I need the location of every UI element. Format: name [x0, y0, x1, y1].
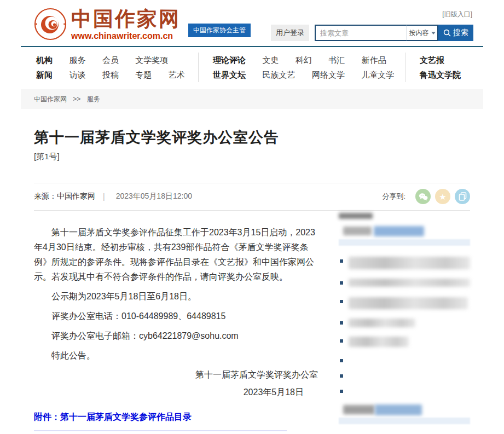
square-bullet-icon: [340, 281, 343, 285]
share-label: 分享到:: [382, 192, 405, 201]
sidebar-list-item[interactable]: [339, 337, 470, 347]
nav-item-fuwu[interactable]: 服务: [69, 53, 85, 67]
search-input[interactable]: [315, 25, 407, 41]
sidebar-header-blurred: [339, 224, 470, 239]
nav-item-wenshi[interactable]: 文史: [262, 53, 279, 67]
nav-item-huiyuan[interactable]: 会员: [102, 53, 119, 67]
paragraph: 评奖办公室电话：010-64489989、64489815: [34, 309, 322, 323]
meta-separator: |: [103, 192, 105, 201]
sidebar-footer-header-blurred: [339, 402, 470, 418]
nav-item-zhuanti[interactable]: 专题: [135, 67, 152, 82]
article-body: 第十一届茅盾文学奖参评作品征集工作于2023年3月15日启动，2023年4月30…: [34, 225, 322, 434]
search-button[interactable]: 搜索: [438, 25, 473, 41]
china-writers-association-emblem: [34, 8, 67, 40]
square-bullet-icon: [340, 339, 343, 343]
square-bullet-icon: [340, 390, 343, 393]
nav-item-shijiewentan[interactable]: 世界文坛: [213, 67, 246, 82]
old-version-link[interactable]: [旧版入口]: [442, 10, 472, 19]
signature-date: 2023年5月18日: [34, 387, 322, 398]
sidebar-list-item[interactable]: [339, 372, 470, 378]
sidebar-list-item[interactable]: [339, 319, 470, 327]
paragraph: 特此公告。: [34, 348, 322, 363]
breadcrumb: 中国作家网 >> 服务: [21, 89, 483, 109]
square-bullet-icon: [340, 259, 343, 263]
source-label: 来源：: [34, 192, 57, 201]
copy-link-share-icon[interactable]: [455, 189, 470, 204]
breadcrumb-separator: >>: [73, 95, 80, 103]
user-login-button[interactable]: 用户登录: [271, 25, 309, 41]
nav-item-yishu[interactable]: 艺术: [169, 67, 185, 82]
sidebar-list-item[interactable]: [339, 356, 470, 362]
source-value: 中国作家网: [57, 192, 95, 201]
search-scope-dropdown[interactable]: 按内容: [407, 25, 438, 41]
nav-item-jigou[interactable]: 机构: [36, 53, 53, 67]
nav-item-lilunpinglun[interactable]: 理论评论: [213, 53, 246, 67]
sidebar-header-underline: [339, 239, 470, 246]
search-icon: [443, 29, 451, 37]
nav-item-xinwen[interactable]: 新闻: [36, 67, 53, 82]
nav-item-fangtan[interactable]: 访谈: [69, 67, 85, 82]
nav-item-wangluowenxue[interactable]: 网络文学: [312, 67, 345, 82]
nav-item-minzuwenyi[interactable]: 民族文艺: [262, 67, 295, 82]
supervisor-badge: 中国作家协会主管: [188, 24, 251, 37]
sidebar-list-item[interactable]: [339, 279, 470, 287]
wechat-share-icon[interactable]: [415, 189, 431, 204]
publish-datetime: 2023年05月18日12:00: [116, 192, 192, 201]
sidebar-list-item[interactable]: [339, 387, 470, 393]
sidebar-section-label-blurred: [339, 213, 373, 219]
header-divider-rule: [21, 46, 483, 47]
sidebar-footer-underline: [339, 418, 470, 424]
nav-item-xinzuopin[interactable]: 新作品: [362, 53, 386, 67]
chevron-down-icon: [431, 32, 436, 34]
square-bullet-icon: [340, 300, 343, 303]
breadcrumb-site-link[interactable]: 中国作家网: [34, 95, 67, 103]
nav-item-tougao[interactable]: 投稿: [102, 67, 119, 82]
article-meta-bar: 来源： 中国作家网 | 2023年05月18日12:00 分享到: ★: [34, 183, 470, 211]
breadcrumb-current[interactable]: 服务: [87, 95, 100, 103]
sidebar-list-item[interactable]: [339, 297, 470, 309]
site-logo[interactable]: 中国作家网 www.chinawriter.com.cn 中国作家协会主管: [34, 8, 251, 42]
page-container: 中国作家网 www.chinawriter.com.cn 中国作家协会主管 [旧…: [21, 0, 483, 434]
paragraph: 第十一届茅盾文学奖参评作品征集工作于2023年3月15日启动，2023年4月30…: [34, 225, 322, 284]
next-content-edge: [34, 430, 287, 431]
site-url: www.chinawriter.com.cn: [71, 31, 181, 42]
site-title: 中国作家网: [71, 8, 181, 30]
square-bullet-icon: [340, 321, 343, 325]
announcement-number: [第1号]: [34, 152, 470, 162]
nav-item-luxunwenxueyuan[interactable]: 鲁迅文学院: [420, 67, 461, 82]
paragraph: 评奖办公室电子邮箱：cyb64221879@sohu.com: [34, 328, 322, 343]
main-nav: 机构 服务 会员 文学奖项 新闻 访谈 投稿 专题 艺术 理论评论 文史 科幻 …: [21, 53, 483, 82]
nav-item-kehuan[interactable]: 科幻: [296, 53, 312, 67]
square-bullet-icon: [340, 374, 343, 378]
related-sidebar: [339, 213, 470, 434]
page-title: 第十一届茅盾文学奖评奖办公室公告: [34, 128, 470, 147]
nav-item-ertongwenxue[interactable]: 儿童文学: [361, 67, 394, 82]
square-bullet-icon: [340, 359, 343, 362]
nav-item-wenyibao[interactable]: 文艺报: [420, 53, 444, 67]
qzone-star-share-icon[interactable]: ★: [435, 189, 450, 204]
attachment-link[interactable]: 附件：第十一届茅盾文学奖参评作品目录: [34, 412, 322, 423]
nav-item-wenxuejiangxiang[interactable]: 文学奖项: [135, 53, 168, 67]
paragraph: 公示期为2023年5月18日至6月18日。: [34, 289, 322, 304]
sidebar-list-item[interactable]: [339, 257, 470, 269]
search-box: 按内容 搜索: [315, 25, 473, 41]
site-header: 中国作家网 www.chinawriter.com.cn 中国作家协会主管 [旧…: [21, 0, 483, 46]
nav-item-shuhui[interactable]: 书汇: [328, 53, 345, 67]
signature-office: 第十一届茅盾文学奖评奖办公室: [34, 369, 322, 381]
